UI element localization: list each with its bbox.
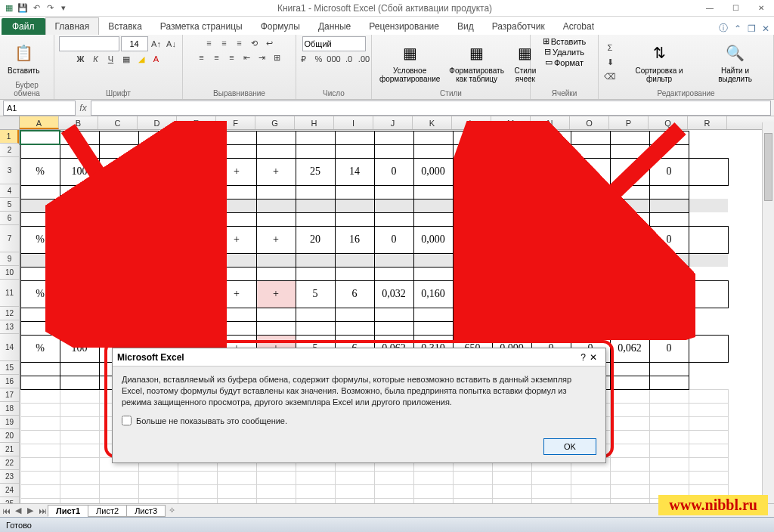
cell[interactable]: % — [20, 280, 60, 308]
sheet-nav-first-icon[interactable]: ⏮ — [0, 506, 12, 515]
cell[interactable] — [60, 376, 99, 389]
row-header[interactable]: 10 — [0, 266, 19, 280]
cell[interactable] — [217, 321, 256, 335]
cell[interactable] — [413, 471, 453, 484]
cell[interactable] — [178, 185, 217, 199]
merge-icon[interactable]: ⊞ — [271, 51, 284, 64]
cell[interactable] — [531, 484, 571, 498]
cell[interactable] — [453, 199, 492, 212]
cell[interactable]: 0,160 — [413, 280, 453, 308]
cell[interactable]: 80 — [99, 226, 138, 253]
cell[interactable] — [689, 280, 728, 308]
cell[interactable] — [689, 144, 728, 158]
help-icon[interactable]: ⓘ — [719, 22, 728, 35]
cell[interactable] — [374, 253, 413, 267]
cell[interactable] — [413, 144, 453, 158]
cell[interactable] — [610, 253, 649, 267]
cell[interactable] — [20, 444, 60, 457]
cell[interactable]: 0,000 — [492, 158, 531, 185]
orientation-icon[interactable]: ⟲ — [248, 36, 262, 50]
sheet-nav-prev-icon[interactable]: ◀ — [12, 506, 24, 515]
row-header[interactable]: 23 — [0, 470, 19, 484]
cell[interactable] — [649, 416, 689, 430]
format-cells-button[interactable]: ▭Формат — [545, 57, 584, 67]
font-name-input[interactable] — [59, 36, 119, 51]
column-header[interactable]: O — [570, 116, 609, 129]
cell[interactable] — [649, 376, 689, 389]
tab-home[interactable]: Главная — [45, 17, 100, 35]
cell[interactable] — [138, 471, 178, 484]
conditional-format-button[interactable]: ▦Условное форматирование — [376, 39, 443, 85]
cell[interactable] — [492, 253, 531, 267]
cell[interactable] — [453, 308, 492, 321]
cell[interactable] — [60, 199, 99, 212]
align-right-icon[interactable]: ≡ — [225, 51, 239, 64]
cell[interactable] — [99, 471, 138, 484]
cell[interactable] — [689, 416, 728, 430]
cell[interactable] — [60, 484, 99, 498]
ok-button[interactable]: OK — [543, 438, 596, 455]
cell[interactable] — [649, 321, 689, 335]
cell[interactable] — [453, 267, 492, 280]
cell[interactable] — [60, 253, 99, 267]
cell[interactable] — [531, 471, 571, 484]
cell[interactable] — [217, 131, 256, 144]
cell[interactable]: 0 — [649, 280, 689, 308]
cell[interactable] — [20, 484, 60, 498]
indent-inc-icon[interactable]: ⇥ — [255, 51, 269, 64]
row-header[interactable]: 7 — [0, 225, 19, 252]
cell[interactable] — [610, 144, 649, 158]
cell[interactable] — [610, 430, 649, 444]
cell[interactable] — [610, 362, 649, 376]
cell[interactable] — [413, 267, 453, 280]
inc-decimal-icon[interactable]: .0 — [342, 52, 356, 66]
cell[interactable] — [60, 267, 99, 280]
cell[interactable] — [453, 131, 492, 144]
cell[interactable] — [138, 185, 178, 199]
cell[interactable]: 0 — [374, 158, 413, 185]
cell[interactable]: 0 — [649, 158, 689, 185]
cell[interactable] — [296, 308, 335, 321]
cell[interactable]: % — [20, 158, 60, 185]
cell[interactable] — [649, 131, 689, 144]
cell[interactable]: + — [217, 226, 256, 253]
cell[interactable] — [217, 199, 256, 212]
tab-acrobat[interactable]: Acrobat — [554, 18, 603, 35]
column-header[interactable]: B — [59, 116, 98, 129]
cell[interactable] — [531, 212, 571, 226]
cell[interactable]: 95% — [178, 280, 217, 308]
cell[interactable]: 0,000 — [413, 226, 453, 253]
align-bottom-icon[interactable]: ≡ — [233, 36, 246, 50]
cell[interactable] — [649, 471, 689, 484]
vertical-scrollbar[interactable] — [762, 122, 774, 503]
cell[interactable] — [20, 185, 60, 199]
cell[interactable] — [178, 308, 217, 321]
cell[interactable] — [689, 308, 728, 321]
cell[interactable] — [335, 308, 374, 321]
cell[interactable]: 25 — [138, 158, 178, 185]
cell[interactable] — [99, 131, 138, 144]
undo-icon[interactable]: ↶ — [30, 2, 42, 14]
cell[interactable] — [335, 185, 374, 199]
cell[interactable] — [374, 484, 413, 498]
cell[interactable]: 0,062 — [610, 335, 649, 362]
cell[interactable]: + — [256, 280, 296, 308]
cell[interactable] — [217, 471, 256, 484]
cell[interactable]: 100 — [60, 280, 99, 308]
cell[interactable] — [492, 308, 531, 321]
cell[interactable] — [610, 321, 649, 335]
cell[interactable] — [610, 376, 649, 389]
insert-cells-button[interactable]: ⊞Вставить — [543, 36, 587, 46]
cell[interactable] — [296, 212, 335, 226]
cell[interactable] — [60, 444, 99, 457]
close-button[interactable]: ✕ — [748, 0, 774, 17]
cell[interactable]: 100 — [60, 226, 99, 253]
cell[interactable]: 2100 — [453, 158, 492, 185]
cell[interactable]: 0,032 — [610, 280, 649, 308]
cell[interactable]: 25 — [296, 158, 335, 185]
cell[interactable] — [610, 403, 649, 416]
cell[interactable] — [649, 144, 689, 158]
row-header[interactable]: 2 — [0, 144, 19, 157]
cell[interactable]: 100 — [60, 335, 99, 362]
cell[interactable] — [689, 444, 728, 457]
